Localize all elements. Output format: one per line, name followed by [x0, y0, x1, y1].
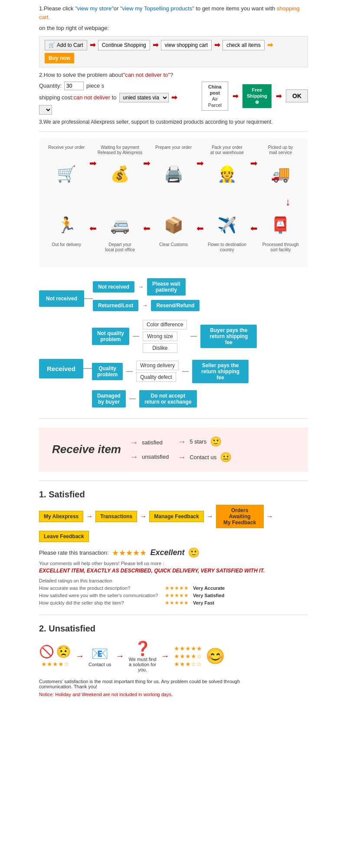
- process-row-2: 🏃 Out for delivery ⬅ 🚐 Depart yourlocal …: [43, 210, 304, 254]
- process-arrow-1: ➡: [89, 158, 97, 168]
- happy-emoji-1: 🙂: [210, 436, 222, 447]
- view-topselling-link[interactable]: "view my Topselling products": [120, 5, 194, 12]
- h-line-main: [84, 298, 93, 299]
- process-arrow-6: ⬅: [143, 223, 151, 233]
- arrow-icon-4: ➡: [267, 41, 273, 49]
- step-5-icon: 🚚: [265, 159, 296, 189]
- nq-sub-3: Dislike: [143, 343, 187, 353]
- shipping-arrow: ➡: [171, 93, 177, 102]
- unsatisfied-heading: 2. Unsatisfied: [39, 624, 308, 634]
- step-depart-post: 🚐 Depart yourlocal post office: [97, 210, 143, 254]
- nq-line: [133, 336, 139, 337]
- step-pickup: Picked up bymail service 🚚: [258, 145, 304, 189]
- step-flown: ✈️ Flown to destinationcountry: [204, 210, 250, 254]
- branch-1-arrow: →: [138, 283, 144, 290]
- contact-us-label: Contact us: [88, 662, 111, 667]
- step-5-label: Picked up bymail service: [268, 145, 293, 157]
- q-sub-branches: Wrong delivery Quality defect: [136, 361, 179, 382]
- branch-2-arrow: →: [142, 302, 147, 309]
- buy-now-button[interactable]: Buy now: [45, 53, 74, 63]
- leave-feedback-btn[interactable]: Leave Feedback: [39, 531, 89, 542]
- stars-improving-2: ★★★★☆: [174, 653, 202, 660]
- step-8-label: Clear Customs: [159, 242, 188, 254]
- buyer-pays-box: Buyer pays thereturn shipping fee: [200, 325, 257, 348]
- damaged-box: Damagedby buyer: [92, 390, 126, 408]
- sat-satisfied-row: → satisfied: [130, 437, 169, 447]
- process-arrow-7: ⬅: [196, 223, 204, 233]
- process-arrow-3: ➡: [196, 158, 204, 168]
- received-box: Received: [39, 359, 83, 378]
- china-post-arrow: ➡: [232, 92, 238, 100]
- process-arrow-8: ⬅: [250, 223, 258, 233]
- process-section: Receive your order 🛒 ➡ Waiting for payme…: [39, 138, 308, 267]
- manage-feedback-btn[interactable]: Manage Feedback: [149, 511, 203, 522]
- comment-text: Your comments will help other buyers! Pl…: [39, 561, 308, 566]
- top-right-text: on the top right of webpage:: [39, 24, 308, 33]
- down-arrow: ↓: [43, 196, 291, 208]
- add-to-cart-button[interactable]: 🛒 Add to Cart: [45, 40, 87, 50]
- unsatisfied-section: 2. Unsatisfied 🚫 😟 ★★★★☆ → 📧 Contact us …: [39, 624, 308, 697]
- shipping-method-select[interactable]: [39, 105, 52, 115]
- step-receive-order: Receive your order 🛒: [43, 145, 89, 189]
- satisfied-heading: 1. Satisfied: [39, 490, 308, 500]
- unsat-arrow-2: →: [116, 651, 124, 661]
- q-line: [126, 371, 133, 372]
- step-7-icon: 🚐: [105, 210, 135, 240]
- step-9-icon: ✈️: [212, 210, 242, 240]
- seller-pays-box: Seller pays thereturn shipping fee: [192, 360, 249, 383]
- color-diff-box: Color difference: [143, 320, 187, 329]
- view-shopping-cart-button[interactable]: view shopping cart: [161, 40, 212, 50]
- unsat-icon-group: 🚫 😟 ★★★★☆: [39, 644, 71, 667]
- step-out-delivery: 🏃 Out for delivery: [43, 210, 89, 254]
- step-8-icon: 📦: [158, 210, 189, 240]
- detailed-ratings-label: Detailed ratings on this transaction: [39, 578, 308, 583]
- step-1-icon: 🛒: [51, 159, 82, 189]
- neutral-emoji: 😐: [220, 452, 232, 463]
- unsat-arrow-3: →: [161, 651, 170, 661]
- not-received-branches: Not received → Please waitpatiently Retu…: [93, 278, 200, 311]
- not-received-box: Not received: [39, 290, 84, 307]
- my-aliexpress-btn[interactable]: My Aliexpress: [39, 511, 83, 522]
- step-2-icon: 💰: [105, 159, 135, 189]
- step-processed: 📮 Processed throughsort facility: [258, 210, 304, 254]
- cart-icon: 🛒: [49, 42, 55, 48]
- shipping-select[interactable]: unied states via: [119, 93, 169, 102]
- q-right-line: [182, 371, 189, 372]
- no-sign-icon: 🚫: [39, 644, 54, 659]
- orders-awaiting-btn[interactable]: Orders AwaitingMy Feedback: [216, 505, 264, 528]
- section-1: 1.Please click "view my store"or "view m…: [39, 4, 308, 67]
- transactions-btn[interactable]: Transactions: [95, 511, 137, 522]
- china-post-area: China post Air Parcel ➡ Free Shipping ⊕ …: [202, 82, 308, 111]
- check-all-items-button[interactable]: check all items: [223, 40, 265, 50]
- feedback-flow: My Aliexpress → Transactions → Manage Fe…: [39, 505, 308, 542]
- notice-text: Notice: Holiday and Weekend are not incl…: [39, 692, 308, 697]
- received-tree: Received Not qualityproblem Color differ…: [39, 320, 308, 408]
- low-stars-group: ★★★★☆: [41, 661, 69, 667]
- not-quality-box: Not qualityproblem: [92, 328, 129, 345]
- shipping-label: shipping cost:can not deliver to: [39, 94, 117, 101]
- cart-flow: 🛒 Add to Cart ➡ Continue Shopping ➡ view…: [39, 36, 308, 67]
- view-store-link[interactable]: "view my store": [75, 5, 114, 12]
- satisfied-label: satisfied: [142, 439, 163, 446]
- five-stars-row: → 5 stars 🙂: [177, 436, 232, 447]
- step-prepare-order: Prepare your order 🖨️: [151, 145, 196, 189]
- ok-button[interactable]: OK: [286, 89, 308, 102]
- q3-value: Very Fast: [193, 600, 214, 605]
- unsatisfied-label: unsatisfied: [142, 454, 169, 460]
- shipping-row: shipping cost:can not deliver to unied s…: [39, 93, 184, 115]
- section-2: 2.How to solve the problem about"can not…: [39, 72, 308, 115]
- quality-box: Qualityproblem: [92, 363, 123, 380]
- step-3-label: Prepare your order: [155, 145, 192, 157]
- process-arrow-4: ➡: [250, 158, 258, 168]
- excellent-emoji: 🙂: [188, 547, 200, 559]
- sat-arrow-2: →: [130, 452, 138, 462]
- stars-improving-3: ★★★☆☆: [174, 661, 202, 667]
- continue-shopping-button[interactable]: Continue Shopping: [98, 40, 150, 50]
- question-icon: ❓: [134, 640, 151, 657]
- step-pack-order: Pack your orderat our warehouse 👷: [204, 145, 250, 189]
- step-10-label: Processed throughsort facility: [262, 242, 299, 254]
- qty-unit: piece s: [86, 82, 104, 89]
- section2-title: 2.How to solve the problem about"can not…: [39, 72, 308, 78]
- stars-row-1: ★★★★☆: [41, 661, 69, 667]
- qty-input[interactable]: [64, 82, 84, 90]
